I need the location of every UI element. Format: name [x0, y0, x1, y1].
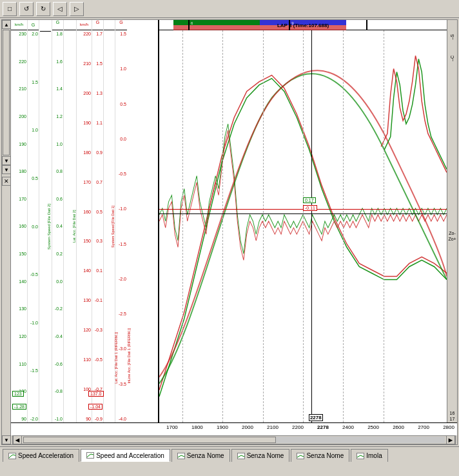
speed-axis-130: 130: [12, 306, 26, 311]
speed-axis-210: 210: [12, 86, 26, 91]
tab-speed-and-acc[interactable]: Speed and Acceleration: [81, 449, 170, 462]
scroll-up[interactable]: ▲: [2, 20, 11, 29]
speed-axis-200: 200: [12, 114, 26, 119]
x-label-2278: 2278: [317, 424, 329, 430]
tab-senza-nome-3-label: Senza Nome: [306, 452, 344, 459]
g-axis-15: 1.5: [28, 80, 38, 84]
speed-axis-190: 190: [12, 142, 26, 146]
x-axis-labels: 1700 1800 1900 2000 2100 2200 2278 2400 …: [164, 423, 457, 431]
inline-acc-file1-label: InLine Acc. [File Dati 1 (RIFERIM.)]: [127, 328, 131, 384]
horizontal-scrollbar[interactable]: ◄ ►: [12, 435, 456, 444]
g2-axis-m10: -1.0: [53, 417, 63, 421]
zoom-val-17: 17: [450, 417, 455, 421]
v-dashed-2: [222, 30, 223, 422]
speed-axis-90: 90: [12, 417, 26, 421]
zoom-minus[interactable]: Zo-: [449, 231, 456, 235]
g2-axis-16: 1.6: [53, 59, 63, 64]
x-axis-area: 1700 1800 1900 2000 2100 2200 2278 2400 …: [11, 422, 457, 435]
v-dashed-6: [384, 30, 384, 422]
g2-axis-08: 0.8: [53, 169, 63, 174]
speed-axis-160: 160: [12, 224, 26, 228]
tab-bar: Speed Acceleration Speed and Acceleratio…: [0, 446, 459, 462]
tab-speed-acc[interactable]: Speed Acceleration: [3, 449, 79, 462]
right-s-label[interactable]: –S: [450, 34, 454, 40]
chart-plot[interactable]: LAP 3 (Time:107.688) 6 9 12: [159, 20, 447, 422]
toolbar-btn-1[interactable]: □: [3, 2, 17, 16]
toolbar-btn-2[interactable]: ↺: [19, 2, 34, 16]
v-dashed-3: [263, 30, 264, 422]
scroll-left-btn[interactable]: ◄: [13, 435, 22, 444]
g-axis-20: 2.0: [28, 32, 38, 36]
g-axis-05: 0.5: [28, 176, 38, 181]
tab-senza-nome-3[interactable]: Senza Nome: [291, 449, 349, 462]
tab-icon-4: [237, 453, 245, 459]
tab-speed-and-acc-label: Speed and Acceleration: [96, 452, 164, 459]
scroll-right-btn[interactable]: ►: [446, 435, 455, 444]
right-panel: –S –C Zo- Zo+ 16 17: [447, 20, 457, 422]
g2-axis-18: 1.8: [53, 32, 63, 36]
tab-icon-3: [177, 453, 185, 459]
lap-bar: LAP 3 (Time:107.688) 6 9 12: [159, 20, 447, 30]
cursor-val-green: 0.17: [303, 197, 316, 203]
speed-value-red: 137.0: [88, 391, 104, 397]
g-axis-10: 1.0: [28, 128, 38, 132]
g-axis-m10: -1.0: [28, 321, 38, 325]
scrollbar-thumb[interactable]: [23, 437, 276, 443]
lap-label: LAP 3 (Time:107.688): [159, 20, 447, 30]
toolbar: □ ↺ ↻ ◁ ▷: [0, 0, 459, 18]
speed-axis-230: 230: [12, 32, 26, 36]
toolbar-btn-5[interactable]: ▷: [70, 2, 84, 16]
scroll-down2[interactable]: ▼: [2, 165, 11, 174]
speed-file2-label: System Speed [File Dati 2]: [40, 32, 51, 421]
h-line-black: [159, 213, 447, 214]
toolbar-btn-4[interactable]: ◁: [53, 2, 67, 16]
x-label-2400: 2400: [342, 424, 354, 430]
right-c-label[interactable]: –C: [450, 55, 454, 61]
x-label-2100: 2100: [267, 424, 278, 430]
speed-axis-170: 170: [12, 197, 26, 201]
g2-axis-12: 1.2: [53, 114, 63, 119]
v-dashed-4: [303, 30, 304, 422]
x-icon[interactable]: ✕: [2, 177, 11, 186]
g2-axis-04: 0.4: [53, 224, 63, 228]
scroll-down3[interactable]: ▼: [2, 435, 11, 444]
tab-senza-nome-2[interactable]: Senza Nome: [231, 449, 290, 462]
v-dashed-1: [182, 30, 183, 422]
lat-acc-file1-label: Lat. Acc. [File Dati 1 (RIFERIM.)]: [114, 332, 118, 384]
g2-axis-m02: -0.2: [53, 306, 63, 311]
toolbar-btn-3[interactable]: ↻: [36, 2, 50, 16]
acc-value-green: -1.28: [12, 404, 26, 410]
scrollbar-track[interactable]: [23, 437, 445, 443]
scroll-down[interactable]: ▼: [2, 156, 11, 165]
tab-senza-nome-1[interactable]: Senza Nome: [171, 449, 230, 462]
g-axis-m20: -2.0: [28, 417, 38, 421]
tab-icon-6: [356, 453, 364, 459]
g-axis-m15: -1.5: [28, 368, 38, 373]
main-container: ▲ ▼ ▼ ✕ ▼ km/h: [0, 18, 459, 446]
x-label-1800: 1800: [191, 424, 203, 430]
tab-senza-nome-1-label: Senza Nome: [187, 452, 224, 459]
speed-axis-140: 140: [12, 279, 26, 284]
tab-icon-2: [86, 452, 94, 459]
x-label-2000: 2000: [242, 424, 253, 430]
cursor-val-red: -0.11: [303, 205, 317, 211]
speed-value-green: 123: [12, 391, 24, 397]
g2-axis-10: 1.0: [53, 142, 63, 146]
left-scrollbar: ▲ ▼ ▼ ✕ ▼: [2, 20, 11, 444]
g-axis-00: 0.0: [28, 224, 38, 229]
zoom-plus[interactable]: Zo+: [448, 237, 456, 241]
tab-icon-5: [297, 453, 304, 459]
g2-axis-06: 0.6: [53, 197, 63, 201]
cursor-line: [311, 30, 312, 422]
tab-imola[interactable]: Imola: [351, 449, 387, 462]
cursor-x-label: 2278: [309, 414, 323, 421]
g2-axis-m06: -0.6: [53, 362, 63, 366]
x-label-2700: 2700: [418, 424, 429, 430]
acc-value-red: -1.04: [88, 404, 103, 410]
v-dashed-5: [343, 30, 344, 422]
g2-axis-02: 0.2: [53, 252, 63, 256]
tab-senza-nome-2-label: Senza Nome: [247, 452, 284, 459]
x-label-2800: 2800: [443, 424, 454, 430]
g2-axis-00: 0.0: [53, 279, 63, 284]
zoom-val-16: 16: [450, 411, 455, 415]
